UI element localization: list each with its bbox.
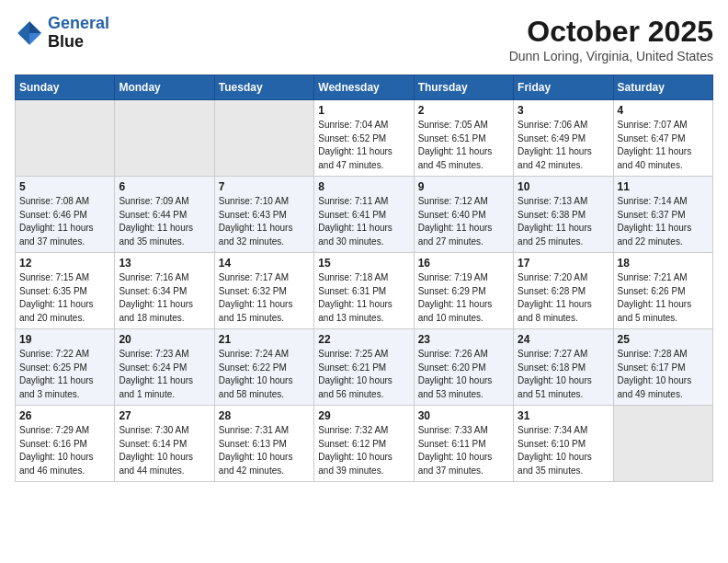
day-detail: Sunrise: 7:28 AM Sunset: 6:17 PM Dayligh… <box>618 348 709 401</box>
calendar-cell: 23Sunrise: 7:26 AM Sunset: 6:20 PM Dayli… <box>414 329 513 406</box>
day-detail: Sunrise: 7:30 AM Sunset: 6:14 PM Dayligh… <box>119 424 210 477</box>
weekday-header-tuesday: Tuesday <box>214 75 313 100</box>
calendar-cell: 15Sunrise: 7:18 AM Sunset: 6:31 PM Dayli… <box>314 253 414 329</box>
week-row-5: 26Sunrise: 7:29 AM Sunset: 6:16 PM Dayli… <box>16 406 713 482</box>
location-title: Dunn Loring, Virginia, United States <box>509 49 713 63</box>
calendar-cell: 10Sunrise: 7:13 AM Sunset: 6:38 PM Dayli… <box>514 177 613 253</box>
day-number: 18 <box>618 257 709 270</box>
logo: General Blue <box>15 15 109 52</box>
week-row-4: 19Sunrise: 7:22 AM Sunset: 6:25 PM Dayli… <box>16 329 713 406</box>
day-detail: Sunrise: 7:13 AM Sunset: 6:38 PM Dayligh… <box>518 195 609 248</box>
day-detail: Sunrise: 7:08 AM Sunset: 6:46 PM Dayligh… <box>19 195 110 248</box>
calendar-cell <box>115 100 214 177</box>
calendar-cell: 16Sunrise: 7:19 AM Sunset: 6:29 PM Dayli… <box>414 253 513 329</box>
day-detail: Sunrise: 7:18 AM Sunset: 6:31 PM Dayligh… <box>318 271 409 325</box>
calendar-cell: 25Sunrise: 7:28 AM Sunset: 6:17 PM Dayli… <box>613 329 712 406</box>
logo-text: General Blue <box>48 15 109 52</box>
day-number: 9 <box>418 180 509 193</box>
day-detail: Sunrise: 7:21 AM Sunset: 6:26 PM Dayligh… <box>618 271 709 325</box>
day-detail: Sunrise: 7:32 AM Sunset: 6:12 PM Dayligh… <box>318 424 409 477</box>
calendar-cell: 6Sunrise: 7:09 AM Sunset: 6:44 PM Daylig… <box>115 177 214 253</box>
day-number: 6 <box>119 180 210 193</box>
day-number: 11 <box>618 180 709 193</box>
calendar-cell: 9Sunrise: 7:12 AM Sunset: 6:40 PM Daylig… <box>414 177 513 253</box>
day-number: 26 <box>19 409 110 422</box>
calendar-cell: 21Sunrise: 7:24 AM Sunset: 6:22 PM Dayli… <box>214 329 313 406</box>
day-detail: Sunrise: 7:17 AM Sunset: 6:32 PM Dayligh… <box>219 271 310 325</box>
day-number: 20 <box>119 333 210 346</box>
day-detail: Sunrise: 7:06 AM Sunset: 6:49 PM Dayligh… <box>518 119 609 172</box>
day-detail: Sunrise: 7:15 AM Sunset: 6:35 PM Dayligh… <box>19 271 110 325</box>
day-number: 27 <box>119 409 210 422</box>
day-number: 21 <box>219 333 310 346</box>
title-block: October 2025 Dunn Loring, Virginia, Unit… <box>509 15 713 63</box>
calendar-cell: 27Sunrise: 7:30 AM Sunset: 6:14 PM Dayli… <box>115 406 214 482</box>
weekday-header-monday: Monday <box>115 75 214 100</box>
calendar-cell: 1Sunrise: 7:04 AM Sunset: 6:52 PM Daylig… <box>314 100 414 177</box>
calendar-cell: 28Sunrise: 7:31 AM Sunset: 6:13 PM Dayli… <box>214 406 313 482</box>
day-detail: Sunrise: 7:04 AM Sunset: 6:52 PM Dayligh… <box>318 119 409 172</box>
day-number: 17 <box>518 257 609 270</box>
calendar-cell: 22Sunrise: 7:25 AM Sunset: 6:21 PM Dayli… <box>314 329 414 406</box>
day-number: 3 <box>518 104 609 117</box>
calendar-cell: 30Sunrise: 7:33 AM Sunset: 6:11 PM Dayli… <box>414 406 513 482</box>
day-number: 25 <box>618 333 709 346</box>
day-detail: Sunrise: 7:26 AM Sunset: 6:20 PM Dayligh… <box>418 348 509 401</box>
logo-line1: General <box>48 14 109 32</box>
day-detail: Sunrise: 7:25 AM Sunset: 6:21 PM Dayligh… <box>318 348 409 401</box>
calendar-cell <box>16 100 115 177</box>
calendar-cell: 17Sunrise: 7:20 AM Sunset: 6:28 PM Dayli… <box>514 253 613 329</box>
weekday-header-sunday: Sunday <box>16 75 115 100</box>
day-number: 23 <box>418 333 509 346</box>
calendar-cell: 19Sunrise: 7:22 AM Sunset: 6:25 PM Dayli… <box>16 329 115 406</box>
day-detail: Sunrise: 7:14 AM Sunset: 6:37 PM Dayligh… <box>618 195 709 248</box>
day-number: 10 <box>518 180 609 193</box>
day-detail: Sunrise: 7:29 AM Sunset: 6:16 PM Dayligh… <box>19 424 110 477</box>
day-number: 29 <box>318 409 409 422</box>
day-number: 4 <box>618 104 709 117</box>
day-detail: Sunrise: 7:11 AM Sunset: 6:41 PM Dayligh… <box>318 195 409 248</box>
calendar-cell: 5Sunrise: 7:08 AM Sunset: 6:46 PM Daylig… <box>16 177 115 253</box>
calendar-cell: 20Sunrise: 7:23 AM Sunset: 6:24 PM Dayli… <box>115 329 214 406</box>
month-title: October 2025 <box>509 15 713 49</box>
day-number: 16 <box>418 257 509 270</box>
day-number: 5 <box>19 180 110 193</box>
day-number: 14 <box>219 257 310 270</box>
day-number: 15 <box>318 257 409 270</box>
weekday-header-wednesday: Wednesday <box>314 75 414 100</box>
day-detail: Sunrise: 7:16 AM Sunset: 6:34 PM Dayligh… <box>119 271 210 325</box>
week-row-1: 1Sunrise: 7:04 AM Sunset: 6:52 PM Daylig… <box>16 100 713 177</box>
day-number: 1 <box>318 104 409 117</box>
day-detail: Sunrise: 7:05 AM Sunset: 6:51 PM Dayligh… <box>418 119 509 172</box>
calendar-cell: 26Sunrise: 7:29 AM Sunset: 6:16 PM Dayli… <box>16 406 115 482</box>
calendar-cell: 4Sunrise: 7:07 AM Sunset: 6:47 PM Daylig… <box>613 100 712 177</box>
week-row-3: 12Sunrise: 7:15 AM Sunset: 6:35 PM Dayli… <box>16 253 713 329</box>
day-detail: Sunrise: 7:33 AM Sunset: 6:11 PM Dayligh… <box>418 424 509 477</box>
day-number: 19 <box>19 333 110 346</box>
calendar-cell: 2Sunrise: 7:05 AM Sunset: 6:51 PM Daylig… <box>414 100 513 177</box>
logo-icon <box>15 18 44 48</box>
calendar-cell <box>613 406 712 482</box>
day-detail: Sunrise: 7:34 AM Sunset: 6:10 PM Dayligh… <box>518 424 609 477</box>
day-detail: Sunrise: 7:23 AM Sunset: 6:24 PM Dayligh… <box>119 348 210 401</box>
weekday-header-saturday: Saturday <box>613 75 712 100</box>
day-number: 30 <box>418 409 509 422</box>
calendar-cell: 11Sunrise: 7:14 AM Sunset: 6:37 PM Dayli… <box>613 177 712 253</box>
calendar-cell: 3Sunrise: 7:06 AM Sunset: 6:49 PM Daylig… <box>514 100 613 177</box>
day-number: 12 <box>19 257 110 270</box>
calendar-cell <box>214 100 313 177</box>
day-detail: Sunrise: 7:31 AM Sunset: 6:13 PM Dayligh… <box>219 424 310 477</box>
calendar-cell: 7Sunrise: 7:10 AM Sunset: 6:43 PM Daylig… <box>214 177 313 253</box>
day-detail: Sunrise: 7:27 AM Sunset: 6:18 PM Dayligh… <box>518 348 609 401</box>
svg-marker-1 <box>29 21 41 33</box>
calendar-cell: 13Sunrise: 7:16 AM Sunset: 6:34 PM Dayli… <box>115 253 214 329</box>
day-number: 28 <box>219 409 310 422</box>
day-detail: Sunrise: 7:20 AM Sunset: 6:28 PM Dayligh… <box>518 271 609 325</box>
day-number: 31 <box>518 409 609 422</box>
calendar-cell: 24Sunrise: 7:27 AM Sunset: 6:18 PM Dayli… <box>514 329 613 406</box>
calendar-cell: 29Sunrise: 7:32 AM Sunset: 6:12 PM Dayli… <box>314 406 414 482</box>
day-detail: Sunrise: 7:12 AM Sunset: 6:40 PM Dayligh… <box>418 195 509 248</box>
day-detail: Sunrise: 7:24 AM Sunset: 6:22 PM Dayligh… <box>219 348 310 401</box>
day-number: 22 <box>318 333 409 346</box>
day-number: 13 <box>119 257 210 270</box>
